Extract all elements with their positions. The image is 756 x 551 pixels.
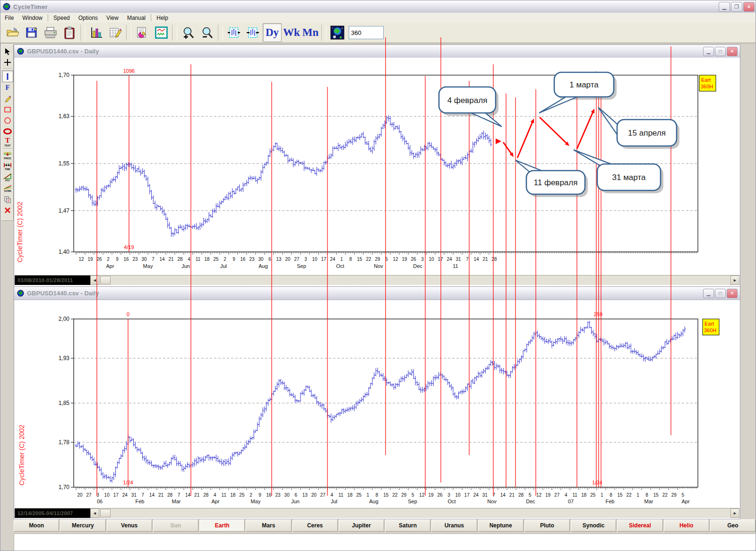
circle-tool[interactable] (2, 115, 13, 126)
close-button[interactable]: × (743, 2, 755, 12)
minimize-button[interactable]: ▁ (703, 289, 714, 298)
menu-manual[interactable]: Manual (123, 14, 150, 22)
scroll-right-button[interactable]: ► (730, 276, 739, 285)
minimize-button[interactable]: ▁ (703, 47, 714, 56)
tab-sun[interactable]: Sun (153, 519, 198, 532)
menu-options[interactable]: Options (74, 14, 102, 22)
rectangle-tool[interactable] (2, 104, 13, 115)
x-tick-label: 28 (167, 492, 173, 498)
title-bar[interactable]: CycleTimer ▁ ❐ × (0, 0, 756, 13)
x-tick-label: 17 (321, 257, 326, 262)
scroll-right-button[interactable]: ► (730, 508, 739, 518)
copy-tool[interactable] (2, 194, 13, 205)
maximize-button[interactable]: □ (715, 47, 726, 56)
compress-bars-button[interactable] (244, 24, 262, 42)
ephemeris-button[interactable] (133, 24, 151, 42)
tab-pluto[interactable]: Pluto (524, 519, 570, 532)
menu-window[interactable]: Window (18, 14, 47, 22)
text-tool[interactable]: TTEXT (2, 137, 13, 147)
menu-help[interactable]: Help (152, 14, 172, 22)
cycle-count-label: 259 (594, 311, 602, 317)
tab-mercury[interactable]: Mercury (60, 519, 105, 532)
tab-moon[interactable]: Moon (14, 519, 59, 532)
close-icon[interactable]: × (727, 289, 738, 298)
x-tick-label: 12 (393, 257, 398, 262)
weekly-button[interactable]: Wk (283, 24, 301, 42)
vline-icon (4, 73, 11, 80)
chart-window-title-bar[interactable]: GBPUSD1440.csv - Daily ▁ □ × (14, 45, 740, 58)
tab-uranus[interactable]: Uranus (431, 519, 477, 532)
minimize-button[interactable]: ▁ (719, 2, 730, 12)
chart-scrollbar[interactable]: 03/08/2010-01/28/2011 ◄ ► (15, 275, 739, 285)
toolbar-separator (172, 25, 177, 41)
x-tick-label: 4 (188, 257, 190, 262)
expand-bars-button[interactable] (225, 24, 243, 42)
tab-venus[interactable]: Venus (107, 519, 152, 532)
scroll-thumb[interactable] (100, 509, 111, 517)
tab-earth[interactable]: Earth (199, 519, 245, 532)
tab-saturn[interactable]: Saturn (385, 519, 430, 532)
delete-tool[interactable] (2, 205, 13, 215)
menu-view[interactable]: View (102, 14, 123, 22)
scroll-left-button[interactable]: ◄ (90, 508, 99, 518)
tab-neptune[interactable]: Neptune (478, 519, 524, 532)
fib-tool[interactable]: F (2, 82, 13, 93)
tab-sidereal[interactable]: Sidereal (617, 519, 662, 532)
x-tick-label: 7 (178, 492, 180, 498)
time-tool[interactable]: TIME (2, 161, 13, 172)
tab-helio[interactable]: Helio (664, 519, 709, 532)
x-tick-label: 21 (482, 257, 488, 262)
ephemeris-icon (136, 26, 148, 39)
planet-button[interactable] (328, 24, 346, 42)
tab-jupiter[interactable]: Jupiter (339, 519, 384, 532)
y-tick-label: 1,70 (59, 72, 70, 78)
vline-tool[interactable] (2, 70, 13, 82)
print-button[interactable] (42, 24, 60, 42)
x-tick-label: 22 (662, 492, 668, 498)
wave-chart-button[interactable] (152, 24, 170, 42)
menu-file[interactable]: File (0, 14, 18, 22)
price-tool[interactable]: PRICE (2, 150, 13, 161)
close-icon[interactable]: × (727, 47, 738, 56)
daily-button[interactable]: Dy (263, 23, 282, 42)
chart-window-title-bar[interactable]: GBPUSD1440.csv - Daily ▁ □ × (14, 287, 740, 300)
pencil-tool[interactable] (2, 93, 13, 104)
scroll-track[interactable] (99, 276, 730, 285)
crosshair-tool[interactable] (2, 57, 13, 68)
scroll-thumb[interactable] (100, 276, 111, 284)
zoom-out-button[interactable] (198, 24, 216, 42)
chart-scrollbar[interactable]: 12/14/2005-04/11/2007 ◄ ► (15, 508, 739, 518)
y-tick-label: 1,78 (59, 439, 70, 446)
bar-chart-button[interactable] (87, 24, 105, 42)
x-tick-label: 27 (554, 492, 560, 498)
gann-tool[interactable]: GANN (2, 183, 13, 194)
open-file-button[interactable] (4, 24, 22, 42)
clipboard-button[interactable] (60, 24, 78, 42)
data-table-button[interactable] (106, 24, 124, 42)
tab-synodic[interactable]: Synodic (571, 519, 616, 532)
restore-button[interactable]: ❐ (731, 2, 742, 12)
x-tick-label: 26 (437, 492, 443, 498)
x-tick-label: 14 (500, 492, 506, 498)
x-tick-label: 21 (158, 492, 164, 498)
x-tick-label: 27 (320, 492, 326, 498)
scroll-track[interactable] (99, 508, 730, 518)
save-button[interactable] (23, 24, 41, 42)
menu-speed[interactable]: Speed (49, 14, 74, 22)
x-tick-label: 25 (239, 492, 245, 498)
cycle-count-label: 1/24 (123, 480, 133, 485)
scroll-left-button[interactable]: ◄ (90, 276, 99, 285)
maximize-button[interactable]: □ (715, 289, 726, 298)
tab-geo[interactable]: Geo (710, 519, 756, 532)
ellipse-tool[interactable] (2, 126, 13, 137)
zoom-in-button[interactable] (179, 24, 197, 42)
tab-mars[interactable]: Mars (246, 519, 291, 532)
x-tick-label: 13 (302, 492, 308, 498)
period-input[interactable] (349, 26, 384, 39)
ptv-tool[interactable]: PTV (2, 172, 13, 183)
x-tick-label: 7 (493, 492, 496, 498)
monthly-button[interactable]: Mn (301, 24, 319, 42)
pointer-tool[interactable] (2, 46, 13, 57)
x-tick-label: 9 (258, 492, 261, 498)
tab-ceres[interactable]: Ceres (292, 519, 338, 532)
